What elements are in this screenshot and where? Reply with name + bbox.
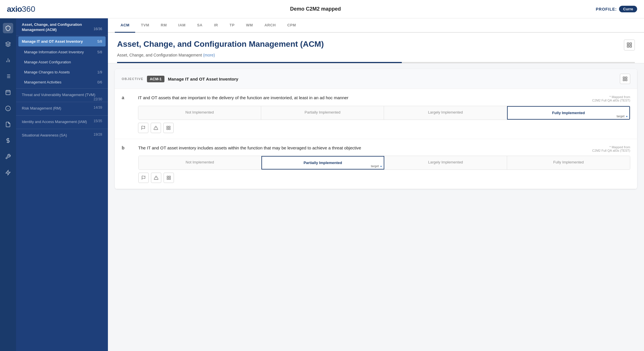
tab-ir[interactable]: IR: [208, 18, 224, 33]
tab-wm[interactable]: WM: [240, 18, 259, 33]
tab-tvm[interactable]: TVM: [135, 18, 155, 33]
svg-rect-10: [6, 90, 10, 95]
flag-icon-b: [141, 176, 146, 180]
sidebar-icon-shield[interactable]: [3, 23, 13, 33]
nav-other-sa[interactable]: Situational Awareness (SA) 19/28: [16, 129, 108, 141]
tab-acm[interactable]: ACM: [115, 18, 135, 33]
warning-button-a[interactable]: [151, 123, 161, 133]
flag-button-a[interactable]: [138, 123, 148, 133]
objective-badge: ACM-1: [147, 76, 164, 82]
objective-grid-icon-button[interactable]: [620, 74, 630, 84]
sidebar-icon-layers[interactable]: [3, 39, 13, 49]
tab-sa[interactable]: SA: [191, 18, 208, 33]
flag-icon-a: [141, 126, 146, 130]
nav-sub-title-3: Manage Changes to Assets: [24, 70, 70, 74]
impl-cell-a-partial[interactable]: Partially Implemented: [261, 106, 384, 120]
practice-item-b: b The IT and OT asset inventory includes…: [115, 139, 637, 189]
warning-icon-b: [154, 176, 158, 180]
svg-rect-37: [167, 176, 168, 178]
target-badge-a: target ●: [616, 115, 628, 118]
impl-grid-b: Not Implemented Partially Implemented ta…: [138, 156, 630, 170]
flag-button-b[interactable]: [138, 173, 149, 183]
practice-content-b: The IT and OT asset inventory includes a…: [138, 145, 630, 183]
nav-other-tvm[interactable]: Threat and Vulnerability Management (TVM…: [16, 88, 108, 101]
page-title: Asset, Change, and Configuration Managem…: [117, 40, 324, 49]
nav-sub-count-0: 5/8: [97, 40, 102, 44]
objective-label: OBJECTIVE: [122, 77, 143, 81]
svg-rect-32: [167, 128, 168, 130]
content-header-top: Asset, Change, and Configuration Managem…: [117, 40, 635, 50]
objective-card: OBJECTIVE ACM-1 Manage IT and OT Asset I…: [115, 69, 637, 189]
nav-other-iam[interactable]: Identity and Access Management (IAM) 15/…: [16, 115, 108, 128]
practice-letter-b: b: [122, 145, 125, 151]
impl-cell-b-fully[interactable]: Fully Implemented: [507, 156, 630, 169]
grid-small-icon-a: [166, 126, 171, 130]
nav-other-iam-title: Identity and Access Management (IAM): [22, 120, 87, 124]
header-title: Demo C2M2 mapped: [290, 6, 341, 12]
nav-other-sa-count: 19/28: [94, 132, 102, 136]
impl-cell-b-not[interactable]: Not Implemented: [139, 156, 261, 169]
impl-cell-b-largely[interactable]: Largely Implemented: [384, 156, 507, 169]
sidebar-icon-calendar[interactable]: [3, 87, 13, 98]
nav-sub-item-0[interactable]: Manage IT and OT Asset Inventory 5/8: [18, 36, 106, 46]
nav-other-rm[interactable]: Risk Management (RM) 14/39: [16, 102, 108, 114]
svg-rect-23: [623, 77, 624, 78]
svg-rect-30: [167, 126, 168, 128]
nav-other-sa-title: Situational Awareness (SA): [22, 133, 67, 137]
page-subtitle: Asset, Change, and Configuration Managem…: [117, 53, 635, 62]
tab-cpm[interactable]: CPM: [282, 18, 302, 33]
sidebar-icon-bar-chart[interactable]: [3, 55, 13, 65]
svg-rect-24: [626, 77, 627, 78]
nav-section-acm-title: Asset, Change, and Configuration Managem…: [22, 22, 82, 32]
tab-rm[interactable]: RM: [155, 18, 172, 33]
impl-cell-a-not[interactable]: Not Implemented: [138, 106, 261, 120]
svg-rect-22: [630, 46, 632, 47]
practice-description-b: The IT and OT asset inventory includes a…: [138, 145, 361, 151]
content-header: Asset, Change, and Configuration Managem…: [108, 33, 644, 63]
warning-button-b[interactable]: [151, 173, 161, 183]
impl-cell-a-fully[interactable]: Fully Implemented target ●: [507, 106, 630, 120]
svg-marker-18: [6, 170, 10, 175]
grid-button-b[interactable]: [164, 173, 174, 183]
sidebar-icon-lightning[interactable]: [3, 167, 13, 178]
logo: axio 360: [7, 5, 35, 14]
nav-other-tvm-title: Threat and Vulnerability Management (TVM…: [22, 93, 95, 97]
warning-icon-a: [154, 126, 158, 130]
nav-sub-title-4: Management Activities: [24, 80, 61, 84]
nav-sub-item-4[interactable]: Management Activities 0/6: [16, 77, 108, 87]
svg-rect-21: [627, 46, 629, 47]
tab-tp[interactable]: TP: [224, 18, 240, 33]
practice-item-a: a IT and OT assets that are important to…: [115, 89, 637, 139]
sidebar-icon-info[interactable]: [3, 103, 13, 114]
nav-section-acm[interactable]: Asset, Change, and Configuration Managem…: [16, 18, 108, 36]
nav-sub-item-1[interactable]: Manage Information Asset Inventory 5/8: [16, 47, 108, 57]
practice-content-a: IT and OT assets that are important to t…: [138, 95, 630, 133]
nav-sub-count-4: 0/6: [97, 80, 102, 84]
action-icons-a: [138, 123, 630, 133]
tab-iam[interactable]: IAM: [172, 18, 191, 33]
impl-cell-b-partial[interactable]: Partially Implemented target ●: [261, 156, 384, 169]
tab-arch[interactable]: ARCH: [259, 18, 282, 33]
nav-sub-item-2[interactable]: Manage Asset Configuration: [16, 57, 108, 67]
objective-title: Manage IT and OT Asset Inventory: [168, 77, 238, 81]
page-grid-icon-button[interactable]: [624, 40, 635, 50]
sidebar-icon-dollar[interactable]: [3, 135, 13, 146]
impl-cell-a-largely[interactable]: Largely Implemented: [384, 106, 507, 120]
nav-other-iam-count: 15/35: [94, 119, 102, 123]
logo-360: 360: [22, 5, 35, 14]
grid-button-a[interactable]: [163, 123, 174, 133]
sidebar-icon-document[interactable]: [3, 119, 13, 130]
tab-bar: ACM TVM RM IAM SA IR TP WM ARCH CPM: [108, 18, 644, 33]
profile-toggle[interactable]: Curre: [619, 6, 637, 12]
sidebar-icon-list[interactable]: [3, 71, 13, 81]
nav-sub-item-3[interactable]: Manage Changes to Assets 1/9: [16, 67, 108, 77]
objective-grid-icon: [622, 76, 628, 81]
more-link[interactable]: (more): [203, 53, 215, 57]
sidebar-icon-tools[interactable]: [3, 151, 13, 162]
profile-label: PROFILE:: [596, 7, 617, 11]
svg-rect-31: [169, 126, 170, 128]
svg-rect-19: [627, 43, 629, 45]
practice-mapped-b: * Mapped from C2M2 Full QA all3s (TEST): [592, 145, 630, 152]
content-area: ACM TVM RM IAM SA IR TP WM ARCH CPM Asse…: [108, 18, 644, 351]
nav-sub-title-0: Manage IT and OT Asset Inventory: [22, 39, 83, 44]
